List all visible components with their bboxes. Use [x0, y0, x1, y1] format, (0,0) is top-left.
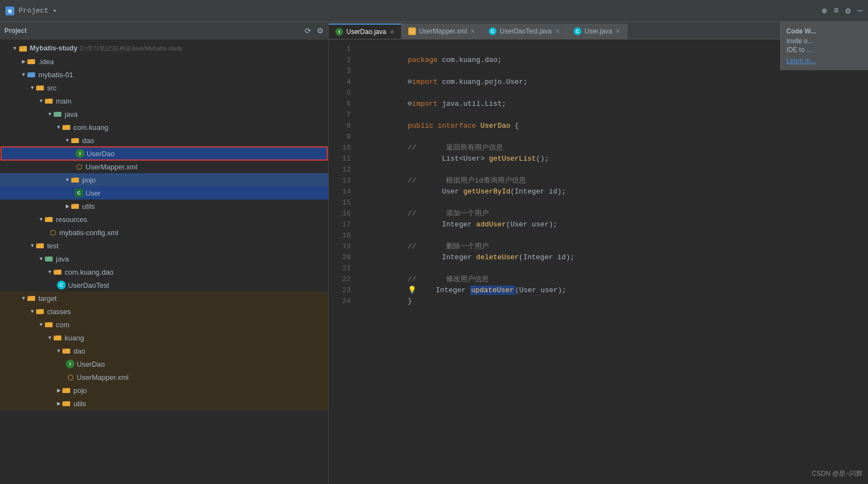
file-tree: ▼ Mybatis-study D:\学习笔记\狂神说Java\Mybatis-…: [0, 39, 328, 412]
svg-rect-1: [19, 46, 22, 47]
tab-userdaotest-close[interactable]: ✕: [555, 28, 560, 35]
sidebar-item-utils-t[interactable]: ▶ utils: [0, 397, 328, 410]
sidebar-item-userdao[interactable]: I UserDao: [1, 147, 327, 160]
sidebar-item-target[interactable]: ▼ target: [0, 292, 328, 305]
usermapper-t-label: UserMapper.xml: [77, 373, 129, 381]
svg-rect-21: [45, 217, 48, 218]
sidebar-item-userdao-t[interactable]: I UserDao: [0, 357, 328, 371]
code-line-9: // 返回所有用户信息: [365, 132, 868, 143]
main-label: main: [56, 97, 71, 105]
project-icon: ▣: [5, 7, 14, 15]
sidebar-item-idea[interactable]: ▶ .idea: [0, 55, 328, 68]
sidebar-item-mybatis01[interactable]: ▼ mybatis-01: [0, 68, 328, 81]
sidebar-item-dao-t[interactable]: ▼ dao: [0, 344, 328, 357]
dao-t-label: dao: [73, 347, 85, 355]
learn-more-link[interactable]: Learn m...: [786, 57, 863, 65]
sidebar-item-userdaotest[interactable]: C UserDaoTest: [0, 278, 328, 292]
editor-area: I UserDao.java ✕ ⬡ UserMapper.xml ✕ C Us…: [329, 22, 868, 484]
sidebar-item-com-t[interactable]: ▼ com: [0, 318, 328, 331]
classes-label: classes: [47, 308, 71, 316]
tab-userdaotest-icon: C: [489, 27, 496, 35]
tab-userdao[interactable]: I UserDao.java ✕: [329, 24, 402, 39]
idea-label: .idea: [38, 58, 54, 66]
com-kuang-dao-label: com.kuang.dao: [65, 268, 113, 276]
userdao-t-label: UserDao: [77, 360, 105, 368]
tab-usermapper[interactable]: ⬡ UserMapper.xml ✕: [402, 24, 482, 39]
com-t-label: com: [56, 321, 70, 329]
sidebar-item-test[interactable]: ▼ test: [0, 239, 328, 252]
code-line-24: [365, 296, 868, 307]
tab-userdaotest-label: UserDaoTest.java: [500, 27, 552, 35]
java-main-label: java: [65, 110, 78, 118]
settings-icon[interactable]: ⚙: [846, 5, 851, 16]
code-editor[interactable]: 1 2 3 4 5 6 7 8 9 10 11 12 13 14 15 16 1…: [329, 39, 868, 484]
sidebar-item-java-main[interactable]: ▼ java: [0, 107, 328, 121]
sidebar-item-utils[interactable]: ▶ utils: [0, 200, 328, 213]
gear-icon[interactable]: ⚙: [317, 26, 324, 35]
sidebar-item-kuang-t[interactable]: ▼ kuang: [0, 331, 328, 344]
svg-rect-9: [45, 99, 48, 100]
tree-root[interactable]: ▼ Mybatis-study D:\学习笔记\狂神说Java\Mybatis-…: [0, 42, 328, 55]
svg-rect-7: [36, 86, 39, 87]
sidebar-item-java-test[interactable]: ▼ java: [0, 252, 328, 265]
svg-rect-11: [54, 112, 56, 113]
add-icon[interactable]: ⊕: [822, 5, 827, 16]
sidebar-item-usermapper-t[interactable]: ⬡ UserMapper.xml: [0, 371, 328, 384]
svg-rect-41: [62, 401, 65, 402]
sync-icon[interactable]: ⟳: [305, 26, 311, 35]
minimize-panel-icon[interactable]: —: [857, 6, 863, 16]
sidebar-item-resources[interactable]: ▼ resources: [0, 213, 328, 226]
code-line-7: public interface UserDao {: [365, 110, 868, 121]
java-test-label: java: [56, 255, 69, 263]
code-content[interactable]: package com.kuang.dao; ⊖import com.kuang…: [356, 39, 868, 484]
svg-rect-39: [62, 388, 65, 389]
sidebar-item-pojo[interactable]: ▼ pojo: [0, 173, 328, 186]
sidebar-item-dao[interactable]: ▼ dao: [0, 134, 328, 147]
svg-rect-19: [71, 204, 74, 205]
mybatis01-label: mybatis-01: [38, 71, 73, 79]
sidebar-item-usermapper[interactable]: ⬡ UserMapper.xml: [0, 160, 328, 173]
test-label: test: [47, 242, 59, 250]
target-label: target: [38, 294, 56, 303]
svg-rect-13: [62, 125, 65, 126]
tab-userdaotest[interactable]: C UserDaoTest.java ✕: [482, 24, 567, 39]
project-label[interactable]: Project: [19, 7, 49, 15]
tab-user-label: User.java: [585, 27, 612, 35]
sidebar-item-classes[interactable]: ▼ classes: [0, 305, 328, 318]
collapse-all-icon[interactable]: ≡: [833, 6, 839, 16]
code-line-18: // 删除一个用户: [365, 230, 868, 241]
sidebar-item-pojo-t[interactable]: ▶ pojo: [0, 384, 328, 397]
tab-usermapper-close[interactable]: ✕: [470, 28, 475, 35]
dropdown-arrow[interactable]: ▾: [53, 7, 57, 14]
root-label: Mybatis-study D:\学习笔记\狂神说Java\Mybatis-st…: [30, 44, 182, 53]
tab-userdao-close[interactable]: ✕: [390, 29, 395, 36]
sidebar-item-main[interactable]: ▼ main: [0, 94, 328, 107]
tab-userdao-icon: I: [335, 28, 343, 36]
code-line-5: ⊖import java.util.List;: [365, 88, 868, 99]
com-kuang-label: com.kuang: [73, 123, 108, 132]
sidebar-title: Project: [4, 27, 27, 35]
sidebar-item-src[interactable]: ▼ src: [0, 81, 328, 94]
userdaotest-label: UserDaoTest: [68, 281, 109, 289]
svg-rect-29: [27, 296, 30, 297]
tab-user-close[interactable]: ✕: [615, 28, 620, 35]
tooltip-panel: Code W... Invite o... IDE to ... Learn m…: [780, 22, 868, 70]
svg-rect-27: [54, 270, 56, 271]
sidebar-item-mybatis-config[interactable]: ⬡ mybatis-config.xml: [0, 226, 328, 239]
tooltip-line2: IDE to ...: [786, 46, 863, 54]
sidebar-item-user[interactable]: C User: [0, 186, 328, 200]
tab-user-icon: C: [574, 27, 581, 35]
user-label: User: [85, 189, 100, 197]
svg-rect-3: [27, 59, 30, 60]
sidebar-item-com-kuang[interactable]: ▼ com.kuang: [0, 121, 328, 134]
svg-rect-35: [54, 335, 56, 337]
tab-user[interactable]: C User.java ✕: [567, 24, 627, 39]
mybatis-config-label: mybatis-config.xml: [59, 229, 118, 237]
line-numbers: 1 2 3 4 5 6 7 8 9 10 11 12 13 14 15 16 1…: [329, 39, 356, 484]
kuang-t-label: kuang: [65, 334, 84, 342]
tab-usermapper-label: UserMapper.xml: [419, 27, 467, 35]
svg-rect-31: [36, 309, 39, 310]
code-line-21: // 修改用户信息: [365, 263, 868, 274]
sidebar-item-com-kuang-dao[interactable]: ▼ com.kuang.dao: [0, 265, 328, 278]
pojo-t-label: pojo: [73, 386, 87, 395]
